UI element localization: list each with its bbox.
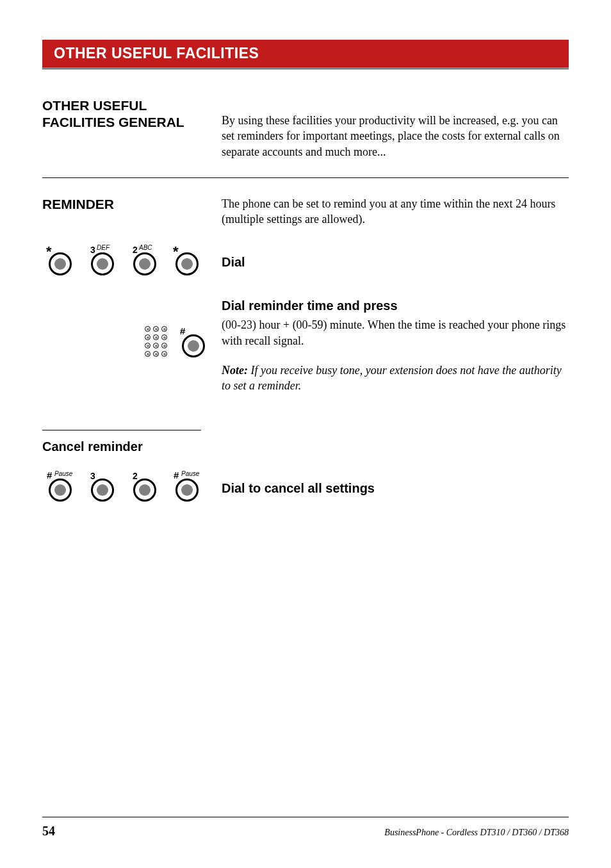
reminder-heading: REMINDER bbox=[42, 196, 222, 213]
note-body: If you receive busy tone, your extension… bbox=[222, 364, 562, 392]
reminder-body: The phone can be set to remind you at an… bbox=[222, 196, 569, 227]
digit-label: 3 bbox=[90, 471, 95, 481]
digit-label: 2 bbox=[133, 245, 138, 255]
key-hash-2: # Pause bbox=[173, 472, 201, 500]
header-divider bbox=[42, 69, 569, 69]
general-heading-line1: OTHER USEFUL bbox=[42, 97, 222, 114]
cancel-sequence-row: # Pause 3 2 # Pause Dial to cancel all s… bbox=[42, 472, 569, 500]
key-2c: 2 bbox=[131, 472, 159, 500]
key-3c: 3 bbox=[88, 472, 117, 500]
note-label: Note: bbox=[222, 364, 248, 377]
dial-sequence-keys: * 3 DEF 2 ABC * bbox=[42, 246, 222, 274]
product-name: BusinessPhone - Cordless DT310 / DT360 /… bbox=[384, 828, 569, 838]
key-superscript: ABC bbox=[139, 244, 152, 251]
hash-icon: # bbox=[47, 470, 52, 480]
general-heading-col: OTHER USEFUL FACILITIES GENERAL bbox=[42, 97, 222, 160]
cancel-label-text: Dial to cancel all settings bbox=[222, 480, 569, 497]
dial-sequence-row: * 3 DEF 2 ABC * Dial bbox=[42, 246, 569, 274]
reminder-heading-col: REMINDER bbox=[42, 196, 222, 227]
section-header-bar: OTHER USEFUL FACILITIES bbox=[42, 40, 569, 68]
dial-time-note: Note: If you receive busy tone, your ext… bbox=[222, 363, 569, 394]
dial-label-text: Dial bbox=[222, 254, 569, 271]
cancel-reminder-heading-wrap: Cancel reminder bbox=[42, 430, 201, 454]
dial-time-body: (00-23) hour + (00-59) minute. When the … bbox=[222, 317, 569, 348]
digit-label: 3 bbox=[90, 245, 95, 255]
key-star-2: * bbox=[173, 246, 201, 274]
dial-time-title: Dial reminder time and press bbox=[222, 297, 569, 315]
general-heading-line2: FACILITIES GENERAL bbox=[42, 114, 222, 131]
hash-icon: # bbox=[174, 470, 179, 480]
key-hash-1: # Pause bbox=[46, 472, 74, 500]
dial-label: Dial bbox=[222, 246, 569, 274]
key-superscript: Pause bbox=[181, 470, 199, 477]
dial-time-text: Dial reminder time and press (00-23) hou… bbox=[222, 290, 569, 393]
dial-time-keys: # bbox=[42, 290, 222, 393]
key-superscript: Pause bbox=[54, 470, 72, 477]
page-number: 54 bbox=[42, 824, 55, 839]
section-reminder: REMINDER The phone can be set to remind … bbox=[42, 196, 569, 227]
general-body: By using these facilities your productiv… bbox=[222, 113, 569, 160]
key-2: 2 ABC bbox=[131, 246, 159, 274]
digit-label: 2 bbox=[133, 471, 138, 481]
cancel-label: Dial to cancel all settings bbox=[222, 472, 569, 500]
page-footer: 54 BusinessPhone - Cordless DT310 / DT36… bbox=[42, 817, 569, 839]
cancel-reminder-heading: Cancel reminder bbox=[42, 439, 201, 454]
key-star-1: * bbox=[46, 246, 74, 274]
key-superscript: DEF bbox=[97, 244, 110, 251]
key-hash: # bbox=[179, 328, 208, 356]
hash-icon: # bbox=[180, 325, 185, 336]
key-3: 3 DEF bbox=[88, 246, 117, 274]
page-content: OTHER USEFUL FACILITIES OTHER USEFUL FAC… bbox=[0, 0, 611, 500]
section-general: OTHER USEFUL FACILITIES GENERAL By using… bbox=[42, 97, 569, 178]
dial-time-row: # Dial reminder time and press (00-23) h… bbox=[42, 290, 569, 393]
cancel-sequence-keys: # Pause 3 2 # Pause bbox=[42, 472, 222, 500]
keypad-icon bbox=[145, 326, 168, 357]
